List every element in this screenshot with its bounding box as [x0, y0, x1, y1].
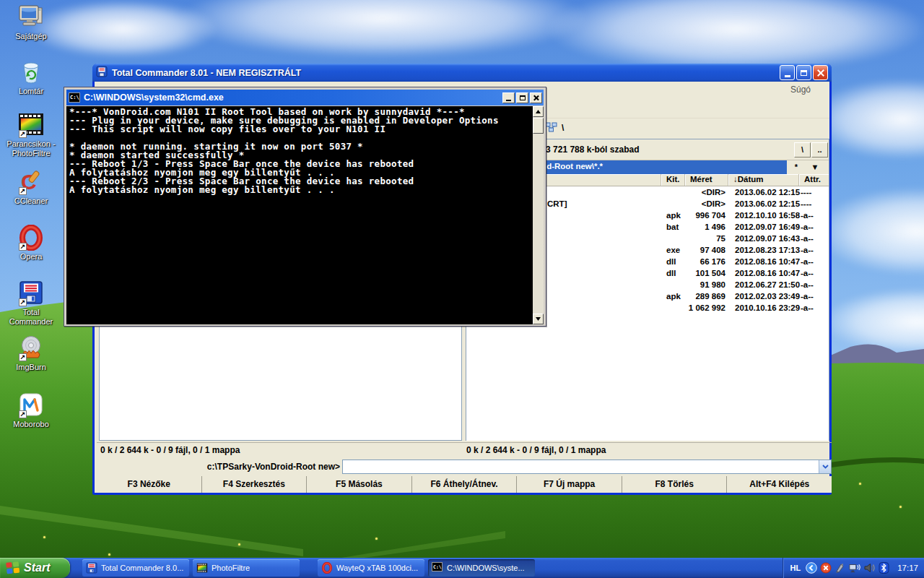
maximize-button[interactable]: [796, 65, 811, 80]
tc-titlebar[interactable]: Total Commander 8.01 - NEM REGISZTRÁLT: [92, 64, 832, 82]
file-date: 2012.09.07 16:43: [728, 234, 799, 243]
file-date: 2013.06.02 12:15: [728, 199, 799, 208]
opera-icon: [321, 562, 333, 574]
shortcut-arrow-icon: ↗: [19, 130, 27, 138]
file-ext: apk: [661, 211, 685, 220]
column-header-size[interactable]: Méret: [685, 174, 728, 186]
shortcut-arrow-icon: ↗: [19, 410, 27, 418]
close-button[interactable]: [530, 92, 542, 103]
shortcut-arrow-icon: ↗: [19, 353, 27, 361]
favorites-button[interactable]: *: [787, 160, 806, 174]
scroll-down-button[interactable]: [533, 314, 544, 324]
command-input[interactable]: [343, 460, 819, 473]
file-size: 996 704: [685, 211, 728, 220]
file-size: 66 176: [685, 257, 728, 266]
file-attr: -a--: [799, 223, 829, 231]
language-indicator[interactable]: HL: [790, 564, 801, 572]
fkey-button-alt-f4[interactable]: Alt+F4 Kilépés: [726, 476, 832, 493]
flower: [108, 553, 110, 556]
system-tray: HL 17:17: [783, 558, 924, 578]
file-ext: dll: [661, 257, 685, 266]
file-attr: -a--: [799, 292, 829, 301]
desktop-icon-ccleaner[interactable]: C↗CCleaner: [0, 169, 62, 206]
file-ext: exe: [661, 246, 685, 254]
fkey-button-f7[interactable]: F7 Új mappa: [516, 476, 622, 493]
cmd-window: C:\ C:\WINDOWS\system32\cmd.exe *---* Vo…: [64, 87, 546, 327]
desktop-icon-lomt-r[interactable]: Lomtár: [0, 59, 62, 96]
rocket-icon[interactable]: [834, 562, 846, 574]
scroll-up-button[interactable]: [533, 106, 544, 117]
flower: [899, 506, 902, 508]
minimize-icon: [785, 75, 790, 77]
file-size: 101 504: [685, 269, 728, 277]
file-attr: -a--: [799, 234, 829, 243]
file-date: 2012.09.07 16:49: [728, 223, 799, 231]
taskbar-item-4[interactable]: C:\C:\WINDOWS\syste...: [428, 559, 535, 577]
taskbar-item-label: C:\WINDOWS\syste...: [447, 564, 525, 572]
desktop-icon-opera[interactable]: ↗Opera: [0, 225, 62, 262]
console-scrollbar[interactable]: [533, 106, 544, 324]
start-button[interactable]: Start: [0, 558, 70, 578]
maximize-icon: [520, 95, 526, 100]
network-drive-button[interactable]: \: [545, 122, 564, 133]
desktop-icon-imgburn[interactable]: ↗ImgBurn: [0, 335, 62, 372]
maximize-button[interactable]: [516, 92, 528, 103]
taskbar-item-1[interactable]: Total Commander 8.0...: [82, 559, 189, 577]
file-attr: -a--: [799, 280, 829, 289]
console-output[interactable]: *---* VonDroid.com N101 II Root Tool bas…: [66, 106, 533, 324]
scrollbar-thumb[interactable]: [533, 118, 544, 134]
my-computer-icon: [17, 4, 45, 30]
column-header-attr[interactable]: Attr.: [799, 174, 829, 186]
arrow-down-icon: [536, 317, 541, 321]
root-dir-button[interactable]: \: [794, 142, 811, 158]
minimize-button[interactable]: [502, 92, 515, 103]
collapse-chevron-icon[interactable]: [806, 562, 817, 574]
taskbar-item-2[interactable]: PhotoFiltre: [193, 559, 300, 577]
file-date: 2012.02.03 23:49: [728, 292, 799, 301]
bluetooth-icon[interactable]: [878, 562, 889, 574]
fkey-button-f4[interactable]: F4 Szerkesztés: [201, 476, 307, 493]
column-header-ext[interactable]: Kit.: [661, 174, 685, 186]
command-history-dropdown[interactable]: [819, 460, 831, 473]
file-size: 1 496: [685, 223, 728, 231]
red-status-icon[interactable]: [820, 562, 832, 574]
cmd-titlebar[interactable]: C:\ C:\WINDOWS\system32\cmd.exe: [66, 90, 544, 105]
close-button[interactable]: [813, 65, 828, 80]
desktop-icon-label: Opera: [0, 252, 62, 262]
shortcut-arrow-icon: ↗: [19, 243, 27, 251]
clock[interactable]: 17:17: [897, 564, 918, 572]
taskbar-item-label: Total Commander 8.0...: [101, 564, 183, 572]
fkey-button-f3[interactable]: F3 Nézőke: [97, 476, 201, 493]
desktop-icon-label: Parancsikon - PhotoFiltre: [0, 139, 62, 158]
network-display-icon[interactable]: [849, 562, 860, 574]
taskbar-item-label: PhotoFiltre: [212, 564, 250, 572]
close-icon: [817, 69, 824, 77]
minimize-icon: [506, 100, 511, 101]
file-ext: apk: [661, 292, 685, 301]
fkey-button-f6[interactable]: F6 Áthely/Átnev.: [411, 476, 517, 493]
fkey-button-f8[interactable]: F8 Törlés: [622, 476, 727, 493]
volume-icon[interactable]: [863, 562, 875, 574]
file-size: 97 408: [685, 246, 728, 254]
menu-item-help[interactable]: Súgó: [790, 85, 811, 95]
file-attr: -a--: [799, 303, 829, 312]
fkey-button-f5[interactable]: F5 Másolás: [306, 476, 411, 493]
cmd-window-title: C:\WINDOWS\system32\cmd.exe: [84, 92, 501, 103]
file-size: 91 980: [685, 280, 728, 289]
desktop-icon-parancsikon-photofiltre[interactable]: ↗Parancsikon - PhotoFiltre: [0, 112, 62, 158]
desktop-icon-moborobo[interactable]: ↗Moborobo: [0, 392, 62, 429]
column-header-date[interactable]: ↓Dátum: [728, 174, 799, 186]
file-date: 2012.10.10 16:58: [728, 211, 799, 220]
taskbar-item-3[interactable]: WayteQ xTAB 100dci...: [318, 559, 424, 577]
minimize-button[interactable]: [780, 65, 795, 80]
console-line: --- This script will now copy files over…: [69, 125, 533, 134]
parent-dir-button[interactable]: ..: [811, 142, 828, 158]
desktop-icon-label: Moborobo: [0, 420, 62, 429]
svg-text:C:\: C:\: [433, 564, 442, 570]
flower: [43, 536, 45, 538]
desktop-icon-saj-tg-p[interactable]: Sajátgép: [0, 4, 62, 41]
history-dropdown-button[interactable]: ▼: [806, 160, 824, 174]
desktop-icon-total-commander[interactable]: ↗Total Commander: [0, 280, 62, 327]
taskbar-item-label: WayteQ xTAB 100dci...: [336, 564, 418, 572]
flower: [859, 483, 861, 485]
